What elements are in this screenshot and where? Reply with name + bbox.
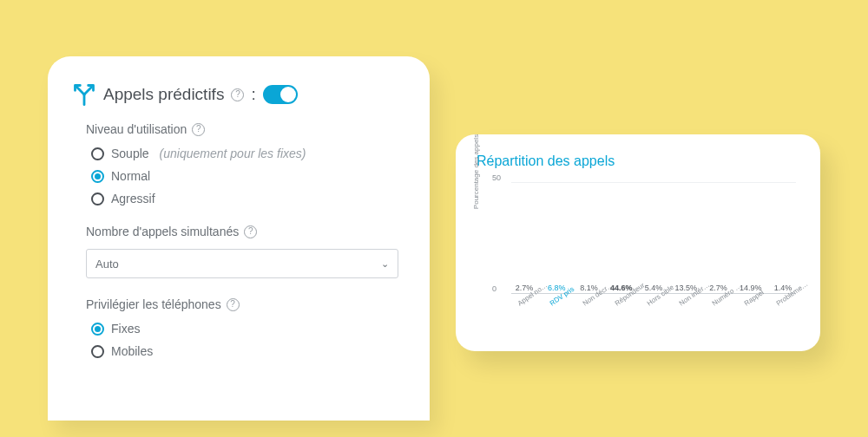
colon: : <box>251 85 255 104</box>
radio-normal[interactable]: Normal <box>91 169 405 183</box>
radio-hint: (uniquement pour les fixes) <box>160 147 306 160</box>
help-icon[interactable]: ? <box>244 225 257 238</box>
split-arrows-icon <box>72 82 96 107</box>
x-labels: Appel no…RDV prisNon décr…RépondeurHors … <box>511 294 796 330</box>
simultaneous-text: Nombre d'appels simultanés <box>86 225 239 238</box>
x-category-label: Rappel <box>739 289 781 334</box>
x-category-label: Non décr… <box>576 289 619 334</box>
radio-label: Agressif <box>111 192 155 205</box>
radio-label: Mobiles <box>111 344 153 358</box>
radio-fixes[interactable]: Fixes <box>91 322 405 336</box>
help-icon[interactable]: ? <box>192 123 205 136</box>
card-title: Appels prédictifs <box>103 85 224 104</box>
radio-agressif[interactable]: Agressif <box>91 192 405 205</box>
bars-container: 2.7%6.8%8.1%44.6%5.4%13.5%2.7%14.9%1.4% <box>511 183 796 294</box>
x-category-label: Répondeur <box>609 289 652 334</box>
chart-title: Répartition des appels <box>477 153 799 169</box>
x-category-label: RDV pris <box>544 289 587 334</box>
usage-level-section: Niveau d'utilisation ? Souple (uniquemen… <box>86 122 405 205</box>
chart-plot: 0 50 2.7%6.8%8.1%44.6%5.4%13.5%2.7%14.9%… <box>511 183 796 294</box>
y-tick: 0 <box>492 284 496 293</box>
usage-level-text: Niveau d'utilisation <box>86 122 187 136</box>
prefer-section: Privilégier les téléphones ? Fixes Mobil… <box>86 297 405 358</box>
x-category-label: Appel no… <box>512 289 555 334</box>
x-category-label: Hors cible <box>641 289 684 334</box>
radio-indicator <box>91 170 104 183</box>
radio-label: Souple <box>111 147 149 160</box>
help-icon[interactable]: ? <box>231 88 244 101</box>
help-icon[interactable]: ? <box>227 298 240 311</box>
radio-label: Normal <box>111 169 150 183</box>
chevron-down-icon: ⌄ <box>381 258 389 270</box>
prefer-text: Privilégier les téléphones <box>86 297 221 311</box>
predictive-calls-card: Appels prédictifs ? : Niveau d'utilisati… <box>48 56 430 421</box>
x-category-label: Non intér… <box>674 289 716 334</box>
radio-label: Fixes <box>111 322 140 336</box>
radio-indicator <box>91 323 104 336</box>
y-axis-label: Pourcentage des appels <box>473 133 481 211</box>
y-tick: 50 <box>492 173 501 182</box>
x-category-label: Problème… <box>771 289 813 334</box>
simultaneous-label: Nombre d'appels simultanés ? <box>86 225 405 238</box>
x-category-label: Numéro … <box>706 289 748 334</box>
radio-indicator <box>91 147 104 160</box>
radio-souple[interactable]: Souple (uniquement pour les fixes) <box>91 147 405 160</box>
prefer-radio-group: Fixes Mobiles <box>86 322 405 358</box>
usage-level-radio-group: Souple (uniquement pour les fixes) Norma… <box>86 147 405 205</box>
radio-indicator <box>91 192 104 205</box>
radio-mobiles[interactable]: Mobiles <box>91 344 405 358</box>
usage-level-label: Niveau d'utilisation ? <box>86 122 405 136</box>
select-value: Auto <box>95 258 119 271</box>
predictive-toggle[interactable] <box>263 85 298 104</box>
card-header: Appels prédictifs ? : <box>72 82 405 107</box>
radio-indicator <box>91 345 104 358</box>
calls-distribution-card: Répartition des appels Pourcentage des a… <box>456 134 820 351</box>
prefer-label: Privilégier les téléphones ? <box>86 297 405 311</box>
simultaneous-select[interactable]: Auto ⌄ <box>86 249 398 278</box>
simultaneous-section: Nombre d'appels simultanés ? Auto ⌄ <box>86 225 405 278</box>
chart-area: Pourcentage des appels 0 50 2.7%6.8%8.1%… <box>477 174 799 330</box>
